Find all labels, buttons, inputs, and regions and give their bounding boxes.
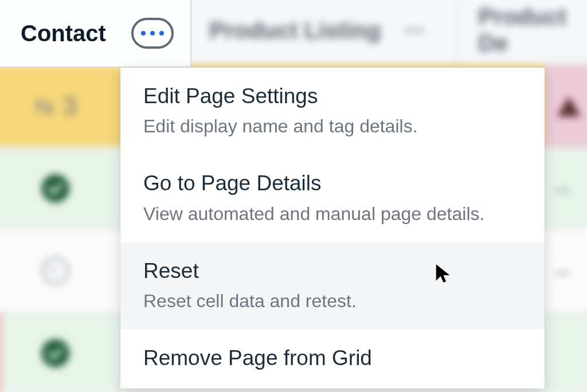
- menu-item-remove-page[interactable]: Remove Page from Grid: [120, 330, 545, 388]
- menu-item-title: Edit Page Settings: [143, 84, 522, 109]
- check-icon: [41, 174, 69, 202]
- column-header-contact-active[interactable]: Contact: [0, 0, 191, 68]
- menu-item-go-to-page-details[interactable]: Go to Page Details View automated and ma…: [120, 155, 545, 242]
- check-icon: [41, 339, 69, 367]
- column-header-product-detail[interactable]: Product De: [459, 3, 587, 56]
- menu-item-reset[interactable]: Reset Reset cell data and retest.: [120, 242, 545, 330]
- menu-item-title: Reset: [143, 258, 522, 284]
- column-header-product-listing[interactable]: Product Listing •••: [189, 0, 458, 64]
- row-error-stripe: [0, 312, 2, 392]
- more-dots-icon: [159, 31, 164, 36]
- cell-warning: [544, 65, 587, 148]
- skip-icon: [41, 257, 69, 285]
- menu-item-desc: View automated and manual page details.: [143, 202, 522, 225]
- more-icon[interactable]: •••: [404, 21, 425, 40]
- menu-item-edit-page-settings[interactable]: Edit Page Settings Edit display name and…: [120, 68, 545, 155]
- menu-item-desc: Reset cell data and retest.: [143, 289, 522, 312]
- menu-item-desc: Edit display name and tag details.: [143, 115, 522, 138]
- column-context-menu: Edit Page Settings Edit display name and…: [120, 68, 545, 389]
- column-title: Product De: [478, 3, 587, 56]
- more-dots-icon: [141, 31, 146, 36]
- more-dots-icon: [150, 31, 155, 36]
- warning-icon: [557, 96, 581, 116]
- row-count: 3: [62, 91, 77, 120]
- list-icon: ⇆: [34, 92, 54, 119]
- column-title: Product Listing: [209, 17, 381, 43]
- column-more-button[interactable]: [131, 18, 174, 49]
- menu-item-title: Go to Page Details: [143, 171, 522, 196]
- menu-item-title: Remove Page from Grid: [143, 346, 522, 371]
- column-title: Contact: [21, 21, 106, 46]
